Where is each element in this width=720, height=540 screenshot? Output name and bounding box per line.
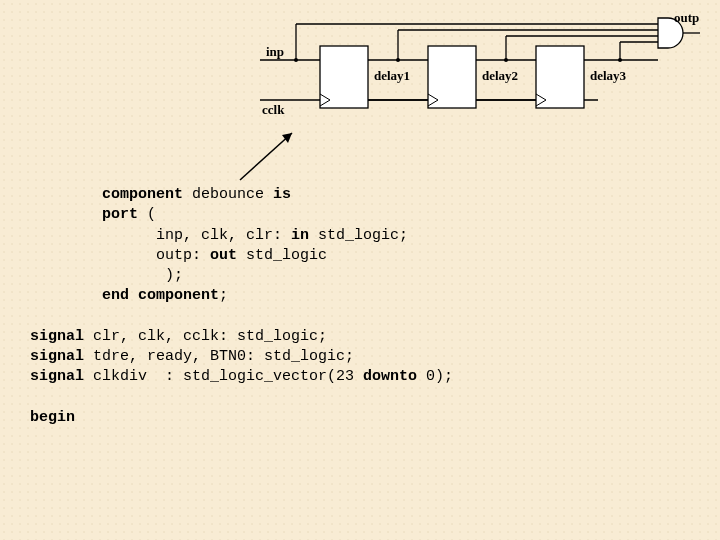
kw-signal: signal bbox=[30, 328, 84, 345]
label-inp: inp bbox=[266, 44, 284, 59]
kw-end: end bbox=[102, 287, 129, 304]
svg-point-15 bbox=[504, 58, 508, 62]
svg-line-24 bbox=[240, 133, 292, 180]
kw-port: port bbox=[102, 206, 138, 223]
circuit-diagram: inp cclk delay1 delay2 delay3 outp bbox=[260, 12, 700, 142]
label-delay3: delay3 bbox=[590, 68, 627, 83]
kw-component: component bbox=[102, 186, 183, 203]
label-outp: outp bbox=[674, 12, 699, 25]
svg-point-9 bbox=[396, 58, 400, 62]
label-cclk: cclk bbox=[262, 102, 285, 117]
indent bbox=[30, 186, 102, 203]
label-delay2: delay2 bbox=[482, 68, 518, 83]
pointer-arrow bbox=[230, 125, 310, 185]
kw-begin: begin bbox=[30, 409, 75, 426]
svg-point-21 bbox=[618, 58, 622, 62]
label-delay1: delay1 bbox=[374, 68, 410, 83]
svg-point-22 bbox=[294, 58, 298, 62]
code-block: component debounce is port ( inp, clk, c… bbox=[30, 185, 453, 428]
